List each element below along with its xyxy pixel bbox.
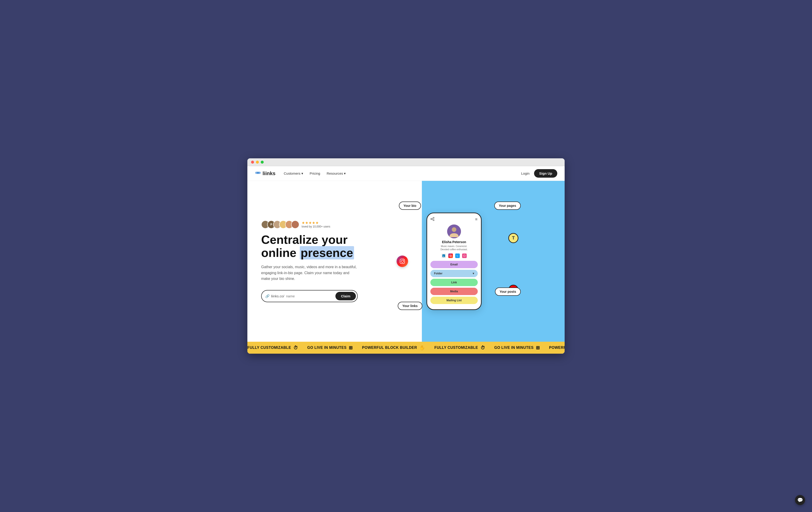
banner-item: POWERFUL BLOCK BUILDER ✋ — [362, 345, 425, 351]
browser-window: liinks Customers ▾ Pricing Resources ▾ L… — [248, 158, 564, 354]
stars-text: ★★★★★ loved by 10,000+ users — [301, 221, 330, 228]
phone-frame: ≡ Elisha Pe — [427, 213, 482, 310]
svg-text:𝕏: 𝕏 — [456, 255, 458, 257]
avatars: P — [261, 220, 299, 229]
chevron-down-icon: ▾ — [344, 172, 346, 176]
banner-text: POWERFUL BLOCK BUILDER — [549, 345, 564, 350]
svg-line-11 — [432, 218, 433, 219]
right-section: Your bio Your pages T — [422, 181, 564, 342]
clock-icon: ⏱ — [481, 345, 485, 351]
instagram-icon — [448, 253, 453, 258]
svg-point-2 — [258, 172, 261, 174]
linkedin-icon: in — [441, 253, 446, 258]
hand-icon: ✋ — [419, 345, 425, 351]
clock-icon: ⏱ — [293, 345, 298, 351]
close-dot[interactable] — [251, 161, 254, 163]
nav-customers[interactable]: Customers ▾ — [284, 172, 303, 176]
logo[interactable]: liinks — [255, 171, 276, 177]
phone-header: ≡ — [430, 217, 478, 222]
bubble-pages: Your pages — [494, 202, 521, 210]
link-icon: 🔗 — [265, 294, 270, 298]
navbar: liinks Customers ▾ Pricing Resources ▾ L… — [248, 166, 564, 181]
avatar — [291, 220, 299, 229]
menu-icon: ≡ — [475, 217, 478, 222]
profile-name: Elisha Peterson — [430, 240, 478, 244]
url-prefix: 🔗 liinks.co/ — [265, 294, 284, 298]
profile-avatar — [447, 224, 461, 238]
nav-links: Customers ▾ Pricing Resources ▾ — [284, 172, 346, 176]
svg-point-5 — [403, 260, 404, 260]
hero-subtitle: Gather your socials, music, videos and m… — [261, 264, 358, 282]
svg-point-8 — [433, 217, 434, 218]
svg-point-10 — [431, 218, 432, 219]
svg-point-9 — [433, 219, 434, 221]
bubble-links: Your links — [398, 302, 422, 310]
claim-button[interactable]: Claim — [336, 292, 356, 300]
minimize-dot[interactable] — [256, 161, 259, 163]
navbar-right: Login Sign Up — [521, 169, 557, 178]
logo-text: liinks — [263, 171, 276, 177]
grid-icon: ⊞ — [349, 345, 353, 351]
svg-point-4 — [401, 260, 404, 263]
banner-text: FULLY CUSTOMIZABLE — [248, 345, 291, 350]
loved-text: loved by 10,000+ users — [301, 225, 330, 228]
navbar-left: liinks Customers ▾ Pricing Resources ▾ — [255, 171, 346, 177]
banner-item: GO LIVE IN MINUTES ⊞ — [494, 345, 540, 351]
share-icon — [430, 217, 435, 222]
bubble-posts: Your posts — [495, 288, 521, 296]
grid-icon: ⊞ — [536, 345, 540, 351]
chat-button[interactable]: 💬 — [795, 495, 805, 505]
bottom-banner: FULLY CUSTOMIZABLE ⏱ GO LIVE IN MINUTES … — [248, 342, 564, 354]
chevron-down-icon: ▾ — [473, 272, 474, 275]
banner-track: FULLY CUSTOMIZABLE ⏱ GO LIVE IN MINUTES … — [248, 345, 564, 351]
url-input-wrapper: 🔗 liinks.co/ Claim — [261, 290, 358, 302]
email-link-button[interactable]: Email — [430, 261, 478, 268]
nav-pricing[interactable]: Pricing — [310, 172, 320, 175]
chevron-down-icon: ▾ — [301, 172, 303, 176]
svg-text:in: in — [443, 255, 444, 257]
banner-item: GO LIVE IN MINUTES ⊞ — [308, 345, 353, 351]
stars: ★★★★★ — [301, 221, 330, 225]
instagram-circle — [397, 255, 408, 267]
main-content: P ★★★★★ loved by 10,000+ users Centraliz… — [248, 181, 564, 342]
logo-icon — [255, 171, 261, 177]
banner-item: POWERFUL BLOCK BUILDER ✋ — [549, 345, 564, 351]
svg-line-12 — [432, 219, 433, 220]
bubble-bio: Your bio — [399, 202, 421, 210]
maximize-dot[interactable] — [261, 161, 264, 163]
banner-text: GO LIVE IN MINUTES — [308, 345, 347, 350]
url-input[interactable] — [286, 294, 334, 298]
banner-text: POWERFUL BLOCK BUILDER — [362, 345, 417, 350]
dribbble-icon — [462, 253, 467, 258]
folder-link-button[interactable]: Folder ▾ — [430, 270, 478, 277]
twitter-icon: 𝕏 — [455, 253, 460, 258]
phone-area: Your bio Your pages T — [385, 197, 523, 326]
browser-chrome — [248, 158, 564, 166]
banner-item: FULLY CUSTOMIZABLE ⏱ — [248, 345, 298, 351]
nav-resources[interactable]: Resources ▾ — [327, 172, 346, 176]
login-button[interactable]: Login — [521, 172, 530, 175]
svg-rect-3 — [400, 259, 405, 264]
chat-icon: 💬 — [797, 497, 803, 503]
banner-text: FULLY CUSTOMIZABLE — [434, 345, 478, 350]
svg-rect-17 — [450, 255, 452, 257]
signup-button[interactable]: Sign Up — [534, 169, 557, 178]
banner-text: GO LIVE IN MINUTES — [494, 345, 533, 350]
link-link-button[interactable]: Link — [430, 279, 478, 286]
svg-point-14 — [452, 227, 456, 232]
mailing-link-button[interactable]: Mailing List — [430, 297, 478, 304]
hero-highlight: presence — [300, 246, 354, 260]
svg-point-20 — [463, 255, 465, 257]
profile-bio: Music maven. Ceramicist. Devoted coffee … — [430, 245, 478, 251]
svg-point-18 — [450, 255, 451, 256]
phone-socials: in 𝕏 — [430, 253, 478, 258]
t-circle: T — [508, 233, 518, 243]
media-link-button[interactable]: Media — [430, 288, 478, 295]
banner-item: FULLY CUSTOMIZABLE ⏱ — [434, 345, 485, 351]
